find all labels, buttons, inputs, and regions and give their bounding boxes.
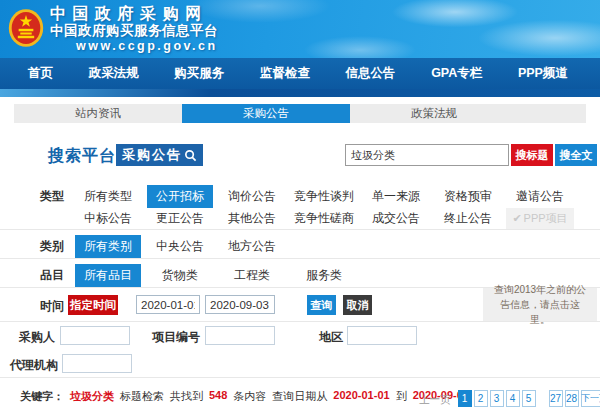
ccgp-procurement-search-page: 中国政府采购网 中国政府购买服务信息平台 www.ccgp.gov.cn 首页 …: [0, 0, 600, 408]
item-option-all-active[interactable]: 所有品目: [72, 264, 144, 287]
type-option-correction[interactable]: 更正公告: [144, 210, 216, 227]
type-option-inquiry[interactable]: 询价公告: [216, 188, 288, 205]
cancel-button[interactable]: 取消: [343, 295, 372, 315]
date-range-conj: 到: [396, 389, 407, 404]
site-subtitle: 中国政府购买服务信息平台: [50, 23, 218, 38]
purchaser-label: 采购人: [0, 329, 55, 346]
magnifier-icon: [184, 149, 197, 162]
type-option-prequalification[interactable]: 资格预审: [432, 188, 504, 205]
date-range-from: 2020-01-01: [333, 389, 389, 404]
agency-input[interactable]: [62, 354, 132, 373]
nav-item-gpa[interactable]: GPA专栏: [431, 65, 482, 82]
search-fulltext-button[interactable]: 搜全文: [555, 144, 597, 166]
filter-row-time: 时间 指定时间 查询 取消 查询2013年之前的公告信息，请点击这里。: [0, 288, 600, 322]
filter-panel: 类型 所有类型 公开招标 询价公告 竞争性谈判 单一来源 资格预审 邀请公告 中…: [0, 179, 600, 378]
site-url: www.ccgp.gov.cn: [76, 39, 218, 53]
project-number-input[interactable]: [205, 326, 275, 345]
tab-site-news[interactable]: 站内资讯: [14, 104, 182, 123]
type-option-invitation[interactable]: 邀请公告: [504, 188, 576, 205]
type-option-competitive-consultation[interactable]: 竞争性磋商: [288, 210, 360, 227]
item-option-goods[interactable]: 货物类: [144, 264, 216, 284]
page-5[interactable]: 5: [522, 390, 536, 407]
site-titles: 中国政府采购网 中国政府购买服务信息平台 www.ccgp.gov.cn: [50, 5, 218, 52]
results-bar: 关键字： 垃圾分类 标题检索 共找到 548 条内容 查询日期从 2020-01…: [0, 380, 600, 408]
item-label: 品目: [40, 264, 72, 284]
nav-item-purchase-services[interactable]: 购买服务: [174, 65, 224, 82]
pagination: 上一页 1 2 3 4 5 27 28 下一页: [419, 390, 600, 407]
page-4[interactable]: 4: [506, 390, 520, 407]
next-page-button[interactable]: 下一页: [581, 390, 600, 407]
page-2[interactable]: 2: [474, 390, 488, 407]
purchaser-input[interactable]: [60, 326, 130, 345]
page-28[interactable]: 28: [565, 390, 579, 407]
agency-label: 代理机构: [0, 357, 58, 374]
check-icon: ✔: [512, 212, 521, 224]
search-title-button[interactable]: 搜标题: [511, 144, 553, 166]
type-option-other[interactable]: 其他公告: [216, 210, 288, 227]
date-from-input[interactable]: [136, 295, 200, 314]
type-option-award[interactable]: 中标公告: [72, 210, 144, 227]
keyword-search-input[interactable]: [345, 144, 509, 166]
page-1-current[interactable]: 1: [458, 390, 472, 407]
site-title: 中国政府采购网: [50, 5, 218, 23]
nav-gradient-divider: [0, 89, 600, 97]
specified-time-button[interactable]: 指定时间: [68, 295, 118, 315]
type-option-all[interactable]: 所有类型: [72, 188, 144, 205]
category-option-central[interactable]: 中央公告: [144, 235, 216, 255]
type-option-termination[interactable]: 终止公告: [432, 210, 504, 227]
search-platform-title: 搜索平台: [48, 146, 116, 167]
item-option-engineering[interactable]: 工程类: [216, 264, 288, 284]
filter-row-type: 类型 所有类型 公开招标 询价公告 竞争性谈判 单一来源 资格预审 邀请公告 中…: [0, 179, 600, 230]
page-3[interactable]: 3: [490, 390, 504, 407]
time-label: 时间: [40, 298, 64, 315]
page-gap: [538, 390, 549, 407]
nav-item-announcements[interactable]: 信息公告: [346, 65, 396, 82]
results-summary: 关键字： 垃圾分类 标题检索 共找到 548 条内容 查询日期从 2020-01…: [20, 389, 469, 404]
result-count: 548: [209, 389, 227, 404]
keyword-value: 垃圾分类: [70, 389, 114, 404]
category-option-all-active[interactable]: 所有类别: [72, 235, 144, 258]
type-label: 类型: [40, 185, 72, 229]
keyword-caption: 关键字：: [20, 389, 64, 404]
site-header-banner: 中国政府采购网 中国政府购买服务信息平台 www.ccgp.gov.cn: [0, 0, 600, 58]
filter-row-agency: 代理机构: [0, 348, 600, 378]
category-badge-label: 采购公告: [122, 146, 182, 164]
type-option-single-source[interactable]: 单一来源: [360, 188, 432, 205]
type-option-deal[interactable]: 成交公告: [360, 210, 432, 227]
project-number-label: 项目编号: [130, 329, 200, 346]
nav-item-ppp[interactable]: PPP频道: [518, 65, 568, 82]
type-option-competitive-negotiation[interactable]: 竞争性谈判: [288, 188, 360, 205]
search-mode: 标题检索: [120, 389, 164, 404]
pre-2013-notice-link[interactable]: 查询2013年之前的公告信息，请点击这里。: [483, 288, 597, 321]
type-options: 所有类型 公开招标 询价公告 竞争性谈判 单一来源 资格预审 邀请公告 中标公告…: [72, 185, 600, 229]
nav-item-supervision[interactable]: 监督检查: [260, 65, 310, 82]
tab-policy-regulations[interactable]: 政策法规: [350, 104, 518, 123]
main-nav: 首页 政采法规 购买服务 监督检查 信息公告 GPA专栏 PPP频道: [0, 58, 600, 89]
type-options-line1: 所有类型 公开招标 询价公告 竞争性谈判 单一来源 资格预审 邀请公告: [72, 185, 600, 207]
category-badge-button[interactable]: 采购公告: [116, 144, 203, 166]
china-national-emblem-icon: [8, 8, 44, 52]
item-option-services[interactable]: 服务类: [288, 264, 360, 284]
tab-procurement-announcements[interactable]: 采购公告: [182, 104, 350, 123]
nav-item-regulations[interactable]: 政采法规: [89, 65, 139, 82]
category-option-local[interactable]: 地方公告: [216, 235, 288, 255]
subnav-tab-bar: 站内资讯 采购公告 政策法规: [14, 104, 586, 123]
date-to-input[interactable]: [205, 295, 275, 314]
query-button[interactable]: 查询: [307, 295, 336, 315]
page-27[interactable]: 27: [549, 390, 563, 407]
filter-row-purchaser: 采购人 项目编号 地区: [0, 322, 600, 348]
region-label: 地区: [280, 329, 343, 346]
category-label: 类别: [40, 235, 72, 255]
prev-page-link[interactable]: 上一页: [419, 390, 451, 407]
type-option-open-tender-active[interactable]: 公开招标: [144, 185, 216, 208]
ppp-project-label: PPP项目: [524, 212, 568, 224]
filter-row-category: 类别 所有类别 中央公告 地方公告: [0, 230, 600, 259]
ppp-project-checkbox[interactable]: ✔PPP项目: [506, 208, 573, 229]
type-option-ppp-cell: ✔PPP项目: [504, 208, 576, 229]
region-input[interactable]: [347, 326, 417, 345]
date-range-prefix: 查询日期从: [272, 389, 327, 404]
nav-item-home[interactable]: 首页: [28, 65, 53, 82]
found-prefix: 共找到: [170, 389, 203, 404]
type-options-line2: 中标公告 更正公告 其他公告 竞争性磋商 成交公告 终止公告 ✔PPP项目: [72, 207, 600, 229]
search-row: 搜索平台 采购公告 搜标题 搜全文: [0, 144, 600, 168]
